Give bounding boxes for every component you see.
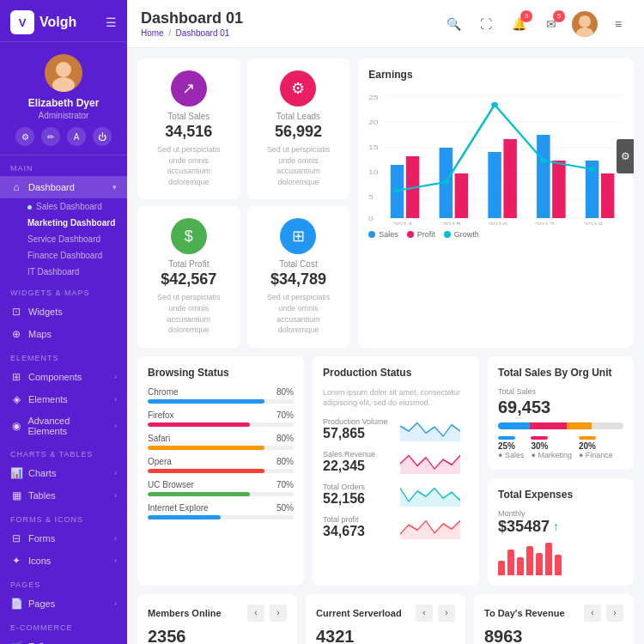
chevron-right-icon: › — [114, 422, 117, 430]
progress-bar — [148, 469, 294, 473]
progress-bar — [148, 515, 294, 519]
revenue-title: To Day's Revenue — [484, 608, 565, 618]
total-cost-desc: Sed ut perspiciatis unde omnis accusanti… — [259, 292, 338, 335]
chart-settings-gear[interactable]: ⚙ — [617, 139, 634, 173]
revenue-next-button[interactable]: › — [606, 605, 623, 622]
advanced-icon: ◉ — [10, 420, 21, 432]
browser-rows: Chrome 80% Firefox 70% Safari 80% Opera — [148, 387, 294, 519]
sidebar-item-ecommerce[interactable]: 🛒 E-Commerce › — [0, 635, 127, 644]
mini-bar — [498, 561, 505, 575]
sidebar-item-sales-dashboard[interactable]: Sales Dashboard — [0, 198, 127, 215]
expenses-up-arrow: ↑ — [553, 519, 559, 533]
total-profit-desc: Sed ut perspiciatis unde omnis accusanti… — [149, 292, 228, 335]
svg-point-28 — [491, 102, 498, 107]
prod-metric-label: Total Orders — [323, 483, 365, 491]
chevron-right-icon: › — [114, 373, 117, 381]
sidebar-item-tables[interactable]: ▦ Tables › — [0, 484, 127, 507]
prod-metric-value: 57,865 — [323, 426, 388, 441]
sparkline — [400, 448, 469, 474]
sidebar: V Volgh ☰ Elizabeth Dyer Administrator ⚙… — [0, 0, 127, 644]
sidebar-item-pages[interactable]: 📄 Pages › — [0, 592, 127, 615]
revenue-prev-button[interactable]: ‹ — [584, 605, 601, 622]
user-role: Administrator — [39, 111, 89, 120]
legend-growth: Growth — [444, 230, 479, 239]
forms-icon: ⊟ — [10, 532, 22, 544]
user-settings-icon[interactable]: ⚙ — [15, 127, 34, 146]
svg-point-26 — [394, 188, 401, 193]
total-profit-value: $42,567 — [161, 270, 216, 289]
svg-text:2017: 2017 — [535, 221, 555, 225]
legend-sales: Sales — [368, 230, 398, 239]
sidebar-item-maps[interactable]: ⊕ Maps — [0, 323, 127, 345]
maps-icon: ⊕ — [10, 328, 22, 340]
prod-metric-value: 52,156 — [323, 491, 365, 507]
avatar — [45, 54, 82, 92]
sidebar-item-forms[interactable]: ⊟ Forms › — [0, 527, 127, 550]
serverload-prev-button[interactable]: ‹ — [416, 605, 433, 622]
notifications-icon[interactable]: 🔔 3 — [507, 12, 531, 36]
sparkline — [400, 513, 469, 539]
breadcrumb-current: Dashboard 01 — [176, 28, 230, 38]
sidebar-item-icons[interactable]: ✦ Icons › — [0, 550, 127, 572]
browser-pct: 50% — [276, 503, 294, 513]
top-row: ↗ Total Sales 34,516 Sed ut perspiciatis… — [137, 58, 634, 348]
user-profile-icon[interactable]: A — [67, 127, 86, 146]
prod-metric-label: Total profit — [323, 515, 365, 524]
sidebar-item-finance-dashboard[interactable]: Finance Dashboard — [0, 247, 127, 264]
svg-text:2014: 2014 — [393, 221, 413, 225]
sidebar-item-it-dashboard[interactable]: IT Dashboard — [0, 264, 127, 280]
sidebar-item-charts[interactable]: 📊 Charts › — [0, 462, 127, 484]
sidebar-item-dashboard[interactable]: ⌂ Dashboard ▾ — [0, 176, 127, 198]
sidebar-item-dashboard-label: Dashboard — [28, 182, 75, 192]
svg-text:5: 5 — [368, 193, 374, 201]
components-icon: ⊞ — [10, 371, 22, 383]
topbar: Dashboard 01 Home / Dashboard 01 🔍 ⛶ 🔔 3… — [127, 0, 644, 48]
user-logout-icon[interactable]: ⏻ — [93, 127, 112, 146]
expenses-monthly-label: Monthly — [498, 509, 623, 518]
topbar-avatar[interactable] — [572, 11, 598, 37]
prod-metric: Sales Revenue 22,345 — [323, 448, 469, 474]
browser-pct: 80% — [276, 457, 294, 466]
members-next-button[interactable]: › — [270, 605, 287, 622]
mini-bar — [526, 546, 533, 575]
progress-fill — [148, 492, 250, 496]
sidebar-item-marketing-dashboard[interactable]: Marketing Dashboard — [0, 215, 127, 231]
total-cost-icon: ⊞ — [280, 218, 316, 254]
search-icon[interactable]: 🔍 — [441, 12, 465, 36]
prod-metric: Production Volume 57,865 — [323, 416, 469, 441]
logo-text: Volgh — [39, 15, 76, 30]
user-edit-icon[interactable]: ✏ — [41, 127, 60, 146]
breadcrumb-home[interactable]: Home — [141, 28, 164, 38]
svg-point-2 — [579, 15, 591, 27]
total-profit-icon: $ — [171, 218, 207, 254]
main-section-label: MAIN — [0, 155, 127, 176]
svg-rect-25 — [601, 173, 614, 218]
ecommerce-icon: 🛒 — [10, 641, 22, 644]
hamburger-icon[interactable]: ☰ — [106, 15, 117, 29]
svg-text:2018: 2018 — [584, 221, 604, 225]
revenue-card-header: To Day's Revenue ‹ › — [484, 605, 623, 622]
sidebar-item-service-dashboard[interactable]: Service Dashboard — [0, 231, 127, 247]
sidebar-item-advanced-elements[interactable]: ◉ Advanced Elements › — [0, 410, 127, 441]
elements-section-label: ELEMENTS — [0, 345, 127, 366]
sidebar-item-widgets[interactable]: ⊡ Widgets — [0, 301, 127, 323]
browser-label-row: Chrome 80% — [148, 387, 294, 397]
chevron-right-icon: › — [114, 395, 117, 404]
messages-icon[interactable]: ✉ 5 — [539, 12, 563, 36]
prod-metric: Total Orders 52,156 — [323, 481, 469, 507]
browser-row: Firefox 70% — [148, 410, 294, 427]
progress-fill — [148, 422, 250, 427]
progress-fill — [148, 446, 264, 450]
browser-row: Opera 80% — [148, 457, 294, 473]
serverload-next-button[interactable]: › — [438, 605, 455, 622]
expand-icon[interactable]: ⛶ — [474, 12, 498, 36]
topbar-menu-icon[interactable]: ≡ — [606, 12, 630, 36]
home-icon: ⌂ — [10, 181, 22, 193]
sidebar-item-components[interactable]: ⊞ Components › — [0, 366, 127, 388]
members-prev-button[interactable]: ‹ — [247, 605, 264, 622]
total-sales-label: Total Sales — [167, 112, 210, 121]
browser-row: Chrome 80% — [148, 387, 294, 404]
total-leads-card: ⚙ Total Leads 56,992 Sed ut perspiciatis… — [247, 58, 350, 199]
sidebar-item-elements[interactable]: ◈ Elements › — [0, 388, 127, 410]
sidebar-user-section: Elizabeth Dyer Administrator ⚙ ✏ A ⏻ — [0, 42, 127, 155]
